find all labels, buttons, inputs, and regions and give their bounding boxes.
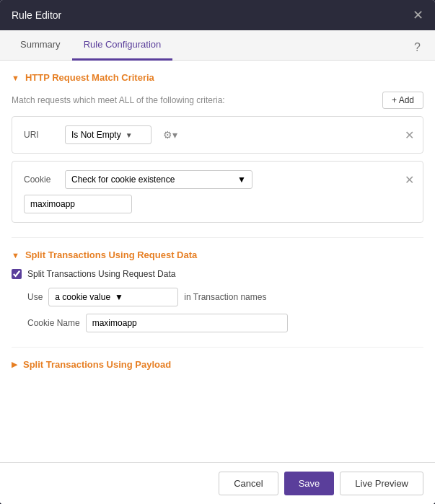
- cancel-button[interactable]: Cancel: [219, 472, 278, 495]
- in-transaction-label: in Transaction names: [184, 292, 266, 302]
- cookie-condition-select[interactable]: Check for cookie existence ▼: [65, 170, 252, 189]
- split-request-checkbox-label: Split Transactions Using Request Data: [27, 269, 175, 279]
- split-request-header: ▼ Split Transactions Using Request Data: [12, 249, 423, 260]
- tab-rule-configuration[interactable]: Rule Configuration: [72, 30, 173, 61]
- uri-label: URI: [24, 130, 56, 140]
- http-match-header: ▼ HTTP Request Match Criteria: [12, 72, 423, 83]
- use-label: Use: [27, 292, 43, 302]
- content-area: ▼ HTTP Request Match Criteria Match requ…: [0, 61, 435, 462]
- split-payload-section: ▶ Split Transactions Using Payload: [12, 359, 423, 370]
- footer: Cancel Save Live Preview: [0, 462, 435, 504]
- dialog-header: Rule Editor ✕: [0, 0, 435, 30]
- uri-condition-select[interactable]: Is Not Empty ▼: [65, 125, 151, 144]
- use-select-arrow: ▼: [115, 292, 123, 302]
- live-preview-button[interactable]: Live Preview: [340, 472, 423, 495]
- tab-summary[interactable]: Summary: [9, 30, 72, 61]
- uri-criteria-row: URI Is Not Empty ▼ ⚙▾ ✕: [12, 116, 423, 154]
- rule-editor-dialog: Rule Editor ✕ Summary Rule Configuration…: [0, 0, 435, 504]
- save-button[interactable]: Save: [284, 472, 335, 495]
- uri-gear-icon[interactable]: ⚙▾: [163, 129, 177, 141]
- cookie-remove-button[interactable]: ✕: [405, 173, 414, 187]
- cookie-value-input[interactable]: [24, 195, 132, 213]
- uri-remove-button[interactable]: ✕: [405, 128, 414, 142]
- cookie-label: Cookie: [24, 174, 56, 185]
- split-request-checkbox-row: Split Transactions Using Request Data: [12, 269, 423, 279]
- cookie-name-row: Cookie Name: [27, 314, 423, 332]
- close-button[interactable]: ✕: [413, 9, 423, 22]
- split-request-title: Split Transactions Using Request Data: [25, 249, 197, 260]
- split-payload-chevron: ▶: [12, 360, 17, 369]
- uri-select-arrow: ▼: [126, 131, 133, 139]
- split-payload-title: Split Transactions Using Payload: [23, 359, 171, 370]
- add-criteria-button[interactable]: + Add: [382, 92, 423, 109]
- http-match-subtitle: Match requests which meet ALL of the fol…: [12, 92, 423, 109]
- cookie-name-label: Cookie Name: [27, 318, 80, 328]
- http-match-section: ▼ HTTP Request Match Criteria Match requ…: [12, 72, 423, 223]
- cookie-name-input[interactable]: [86, 314, 288, 332]
- http-match-chevron[interactable]: ▼: [12, 74, 19, 82]
- split-request-checkbox[interactable]: [12, 269, 22, 279]
- use-value-select[interactable]: a cookie value ▼: [48, 288, 178, 306]
- split-request-chevron[interactable]: ▼: [12, 251, 19, 260]
- help-icon[interactable]: ?: [408, 35, 426, 60]
- cookie-criteria-row: Cookie Check for cookie existence ▼ ✕: [12, 161, 423, 223]
- cookie-top: Cookie Check for cookie existence ▼ ✕: [24, 170, 411, 189]
- dialog-title: Rule Editor: [12, 9, 61, 21]
- split-payload-header[interactable]: ▶ Split Transactions Using Payload: [12, 359, 423, 370]
- split-request-section: ▼ Split Transactions Using Request Data …: [12, 249, 423, 332]
- tabs-container: Summary Rule Configuration ?: [0, 30, 435, 61]
- cookie-select-arrow: ▼: [237, 174, 246, 185]
- http-match-title: HTTP Request Match Criteria: [25, 72, 154, 83]
- use-row: Use a cookie value ▼ in Transaction name…: [27, 288, 423, 306]
